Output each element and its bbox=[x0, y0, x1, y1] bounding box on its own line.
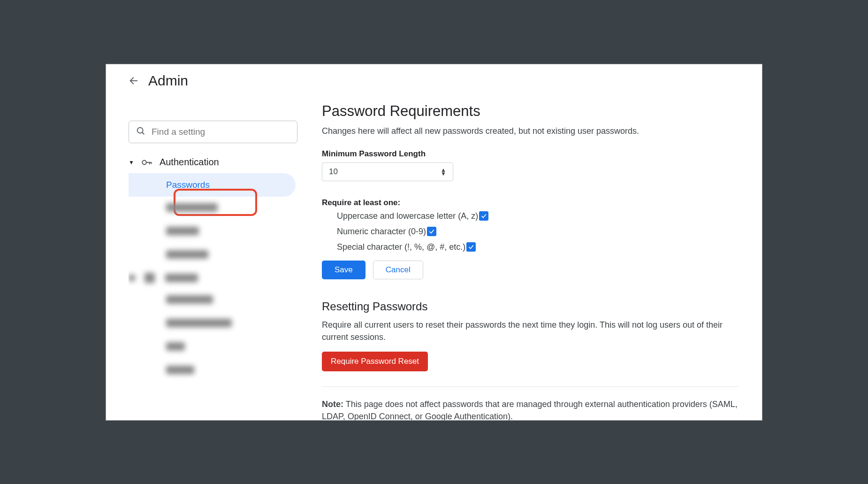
search-box[interactable] bbox=[129, 121, 297, 143]
svg-point-1 bbox=[137, 127, 143, 133]
key-icon bbox=[141, 156, 153, 169]
divider bbox=[322, 386, 739, 387]
reset-description: Require all current users to reset their… bbox=[322, 319, 739, 343]
admin-window: Admin ▼ Authentication bbox=[106, 64, 762, 421]
nav-item-redacted[interactable] bbox=[129, 312, 300, 336]
checkbox-special[interactable] bbox=[466, 242, 476, 252]
nav-item-redacted[interactable] bbox=[129, 289, 300, 312]
min-length-value: 10 bbox=[329, 167, 338, 177]
search-wrapper bbox=[129, 121, 297, 143]
nav-section-redacted[interactable] bbox=[129, 267, 300, 289]
svg-line-2 bbox=[142, 132, 144, 134]
requirement-label: Special character (!, %, @, #, etc.) bbox=[337, 242, 465, 252]
caret-down-icon: ▼ bbox=[129, 159, 134, 166]
note-text: This page does not affect passwords that… bbox=[322, 399, 738, 420]
requirement-uppercase: Uppercase and lowercase letter (A, z) bbox=[322, 211, 739, 221]
requirement-label: Uppercase and lowercase letter (A, z) bbox=[337, 211, 478, 221]
page-description: Changes here will affect all new passwor… bbox=[322, 126, 739, 136]
requirement-label: Numeric character (0-9) bbox=[337, 227, 426, 237]
nav-item-redacted[interactable] bbox=[129, 336, 300, 359]
nav-area: ▼ Authentication Passwords bbox=[129, 152, 303, 420]
back-arrow-icon[interactable] bbox=[129, 76, 139, 86]
reset-title: Resetting Passwords bbox=[322, 300, 739, 313]
page-app-title: Admin bbox=[148, 73, 188, 89]
require-label: Require at least one: bbox=[322, 198, 739, 207]
require-password-reset-button[interactable]: Require Password Reset bbox=[322, 352, 428, 371]
button-row: Save Cancel bbox=[322, 261, 739, 279]
save-button[interactable]: Save bbox=[322, 261, 365, 279]
nav-item-redacted[interactable] bbox=[129, 359, 300, 383]
nav-item-redacted[interactable] bbox=[129, 220, 300, 244]
min-length-select[interactable]: 10 ▲▼ bbox=[322, 162, 453, 181]
page-title: Password Requirements bbox=[322, 103, 739, 120]
select-sort-icon: ▲▼ bbox=[441, 168, 446, 176]
nav-item-label: Passwords bbox=[166, 180, 210, 190]
sidebar: ▼ Authentication Passwords bbox=[106, 97, 303, 420]
requirement-numeric: Numeric character (0-9) bbox=[322, 227, 739, 237]
nav-section-authentication[interactable]: ▼ Authentication bbox=[129, 152, 300, 173]
min-length-label: Minimum Password Length bbox=[322, 149, 739, 159]
nav-item-redacted[interactable] bbox=[129, 244, 300, 267]
header: Admin bbox=[106, 64, 762, 97]
cancel-button[interactable]: Cancel bbox=[373, 261, 423, 279]
note-prefix: Note: bbox=[322, 399, 343, 409]
nav-item-redacted[interactable] bbox=[129, 197, 300, 220]
body: ▼ Authentication Passwords bbox=[106, 97, 762, 420]
checkbox-numeric[interactable] bbox=[427, 227, 436, 236]
nav-section-label: Authentication bbox=[160, 157, 219, 168]
search-icon bbox=[136, 126, 146, 138]
nav-item-passwords[interactable]: Passwords bbox=[129, 173, 296, 197]
checkbox-uppercase[interactable] bbox=[479, 211, 488, 221]
search-input[interactable] bbox=[152, 127, 290, 137]
svg-point-3 bbox=[142, 160, 146, 164]
requirement-special: Special character (!, %, @, #, etc.) bbox=[322, 242, 739, 252]
main-content: Password Requirements Changes here will … bbox=[303, 97, 762, 420]
note: Note: This page does not affect password… bbox=[322, 398, 739, 420]
